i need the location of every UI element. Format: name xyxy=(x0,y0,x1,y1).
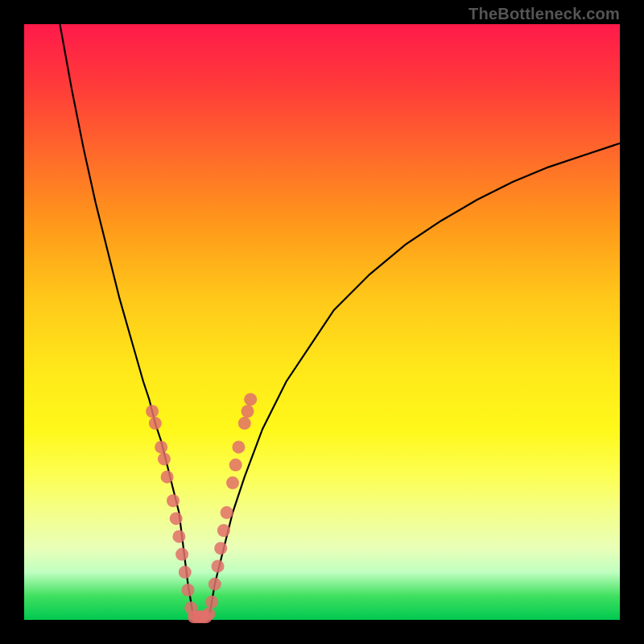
data-point xyxy=(242,405,254,418)
data-point xyxy=(232,440,245,453)
data-point xyxy=(208,578,221,591)
chart-svg xyxy=(24,24,620,620)
data-point xyxy=(214,542,227,555)
data-point xyxy=(146,405,159,418)
scatter-group xyxy=(146,393,257,623)
data-point xyxy=(161,470,174,483)
data-point xyxy=(202,608,215,621)
data-point xyxy=(205,596,218,609)
data-point xyxy=(167,494,180,507)
right-curve xyxy=(208,143,620,620)
data-point xyxy=(217,524,230,537)
data-point xyxy=(229,459,242,472)
chart-frame: TheBottleneck.com xyxy=(0,0,644,644)
data-point xyxy=(149,417,162,430)
data-point xyxy=(175,548,188,561)
data-point xyxy=(212,559,225,572)
data-point xyxy=(244,393,257,406)
data-point xyxy=(179,566,192,579)
data-point xyxy=(170,512,183,525)
data-point xyxy=(182,584,195,597)
curve-group xyxy=(60,24,620,620)
plot-area xyxy=(24,24,620,620)
data-point xyxy=(172,530,185,543)
watermark-text: TheBottleneck.com xyxy=(469,5,620,23)
data-point xyxy=(158,452,171,465)
left-curve xyxy=(60,24,194,620)
data-point xyxy=(155,440,167,453)
data-point xyxy=(226,477,239,489)
data-point xyxy=(221,506,233,519)
data-point xyxy=(238,417,251,430)
